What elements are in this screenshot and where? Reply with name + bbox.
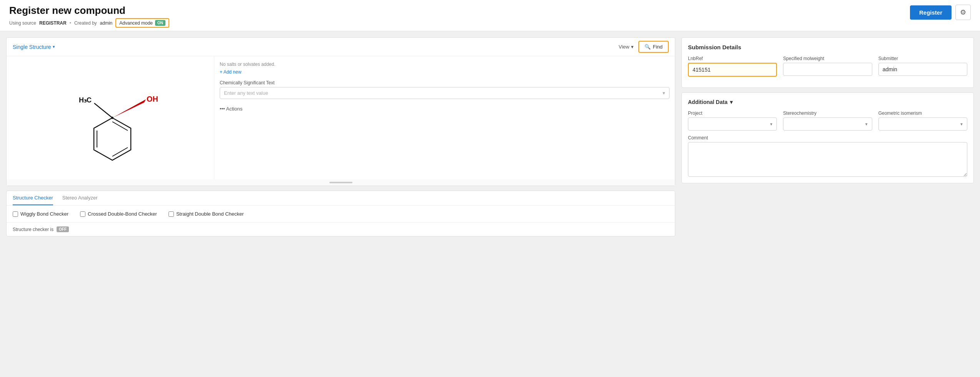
structure-drawing[interactable]: H₃C OH <box>7 56 214 179</box>
created-by-prefix: Created by <box>74 20 97 26</box>
crossed-double-bond-label: Crossed Double-Bond Checker <box>88 211 157 217</box>
additional-data-title: Additional Data <box>688 99 728 105</box>
geometric-isomerism-label: Geometric isomerism <box>878 111 967 116</box>
main-content: Single Structure ▾ View ▾ 🔍 Find <box>0 31 980 374</box>
additional-data-card: Additional Data ▾ Project Stereochemistr… <box>681 92 974 183</box>
source-name[interactable]: REGISTRAR <box>39 20 67 26</box>
stereochemistry-select[interactable] <box>783 117 872 131</box>
page-header: Register new compound Using source REGIS… <box>0 0 980 31</box>
molecule-diagram: H₃C OH <box>53 68 168 168</box>
specified-molweight-input[interactable] <box>783 63 872 76</box>
advanced-mode-label: Advanced mode <box>119 20 153 26</box>
methyl-label: H₃C <box>79 96 92 104</box>
register-button[interactable]: Register <box>910 5 952 20</box>
stereochemistry-group: Stereochemistry <box>783 111 872 131</box>
submitter-input[interactable] <box>878 63 967 76</box>
gear-button[interactable]: ⚙ <box>955 5 971 20</box>
advanced-mode-toggle[interactable]: ON <box>155 20 165 26</box>
checker-status-prefix: Structure checker is <box>13 227 53 232</box>
chem-text-select[interactable]: Enter any text value ▾ <box>220 87 669 99</box>
gear-icon: ⚙ <box>960 8 966 17</box>
lnbref-input[interactable] <box>688 63 777 77</box>
structure-card: Single Structure ▾ View ▾ 🔍 Find <box>6 37 675 186</box>
structure-sidebar: No salts or solvates added. + Add new Ch… <box>214 56 675 179</box>
specified-molweight-label: Specified molweight <box>783 56 872 61</box>
meta-dot: • <box>70 20 71 26</box>
single-structure-button[interactable]: Single Structure ▾ <box>13 44 55 50</box>
comment-textarea[interactable] <box>688 142 967 177</box>
wiggly-bond-label: Wiggly Bond Checker <box>20 211 68 217</box>
chem-text-label: Chemically Significant Text <box>220 80 669 85</box>
submission-card: Submission Details LnbRef Specified molw… <box>681 37 974 88</box>
chem-text-placeholder: Enter any text value <box>224 90 268 96</box>
svg-marker-0 <box>94 118 131 160</box>
crossed-double-bond-option[interactable]: Crossed Double-Bond Checker <box>80 211 157 217</box>
chevron-down-icon: ▾ <box>53 44 55 49</box>
submitter-label: Submitter <box>878 56 967 61</box>
chevron-down-icon-chem: ▾ <box>663 90 665 96</box>
header-right: Register ⚙ <box>910 5 971 20</box>
header-left: Register new compound Using source REGIS… <box>9 5 169 28</box>
find-label: Find <box>653 44 663 50</box>
tab-structure-checker[interactable]: Structure Checker <box>13 191 53 205</box>
additional-fields-row-1: Project Stereochemistry <box>688 111 967 131</box>
crossed-double-bond-checkbox[interactable] <box>80 211 85 217</box>
submission-fields-row: LnbRef Specified molweight Submitter <box>688 56 967 77</box>
additional-data-header[interactable]: Additional Data ▾ <box>688 99 967 105</box>
single-structure-label: Single Structure <box>13 44 51 50</box>
search-icon: 🔍 <box>644 44 651 50</box>
checker-status-toggle[interactable]: OFF <box>57 226 69 232</box>
header-meta: Using source REGISTRAR • Created by admi… <box>9 18 169 28</box>
source-prefix: Using source <box>9 20 36 26</box>
straight-double-bond-checkbox[interactable] <box>169 211 174 217</box>
svg-line-4 <box>94 103 112 118</box>
tab-stereo-analyzer[interactable]: Stereo Analyzer <box>62 191 98 205</box>
svg-line-2 <box>112 147 128 156</box>
svg-line-1 <box>112 122 128 131</box>
stereochemistry-select-wrapper <box>783 117 872 131</box>
submission-details-title: Submission Details <box>688 44 967 50</box>
project-label: Project <box>688 111 777 116</box>
stereochemistry-label: Stereochemistry <box>783 111 872 116</box>
project-group: Project <box>688 111 777 131</box>
comment-group: Comment <box>688 135 967 177</box>
wiggly-bond-checkbox[interactable] <box>13 211 18 217</box>
svg-marker-5 <box>112 99 146 118</box>
submitter-group: Submitter <box>878 56 967 77</box>
view-label: View <box>619 44 629 50</box>
comment-label: Comment <box>688 135 967 141</box>
checker-footer: Structure checker is OFF <box>7 222 675 236</box>
view-button[interactable]: View ▾ <box>619 44 634 50</box>
geometric-isomerism-select-wrapper <box>878 117 967 131</box>
advanced-mode-badge: Advanced mode ON <box>115 18 169 28</box>
geometric-isomerism-group: Geometric isomerism <box>878 111 967 131</box>
specified-molweight-group: Specified molweight <box>783 56 872 77</box>
scroll-indicator <box>7 179 675 186</box>
svg-point-6 <box>111 117 114 119</box>
scroll-bar <box>329 182 352 183</box>
right-panel: Submission Details LnbRef Specified molw… <box>681 37 974 367</box>
actions-row[interactable]: ••• Actions <box>220 106 669 112</box>
oh-label: OH <box>147 95 158 103</box>
project-select-wrapper <box>688 117 777 131</box>
no-salts-text: No salts or solvates added. <box>220 62 669 67</box>
created-by-value: admin <box>100 20 113 26</box>
chevron-down-icon-view: ▾ <box>631 44 634 50</box>
add-new-link[interactable]: + Add new <box>220 69 241 75</box>
straight-double-bond-label: Straight Double Bond Checker <box>176 211 244 217</box>
checker-card: Structure Checker Stereo Analyzer Wiggly… <box>6 191 675 236</box>
geometric-isomerism-select[interactable] <box>878 117 967 131</box>
straight-double-bond-option[interactable]: Straight Double Bond Checker <box>169 211 244 217</box>
checker-tabs: Structure Checker Stereo Analyzer <box>7 191 675 206</box>
page-title: Register new compound <box>9 5 169 17</box>
project-select[interactable] <box>688 117 777 131</box>
actions-label: ••• Actions <box>220 106 242 112</box>
left-panel: Single Structure ▾ View ▾ 🔍 Find <box>6 37 675 367</box>
find-button[interactable]: 🔍 Find <box>638 41 669 53</box>
structure-card-header: Single Structure ▾ View ▾ 🔍 Find <box>7 38 675 56</box>
lnbref-group: LnbRef <box>688 56 777 77</box>
structure-body: H₃C OH No salts or solvates added. + Add… <box>7 56 675 179</box>
wiggly-bond-option[interactable]: Wiggly Bond Checker <box>13 211 68 217</box>
lnbref-label: LnbRef <box>688 56 777 61</box>
chevron-down-icon-additional: ▾ <box>730 99 733 105</box>
